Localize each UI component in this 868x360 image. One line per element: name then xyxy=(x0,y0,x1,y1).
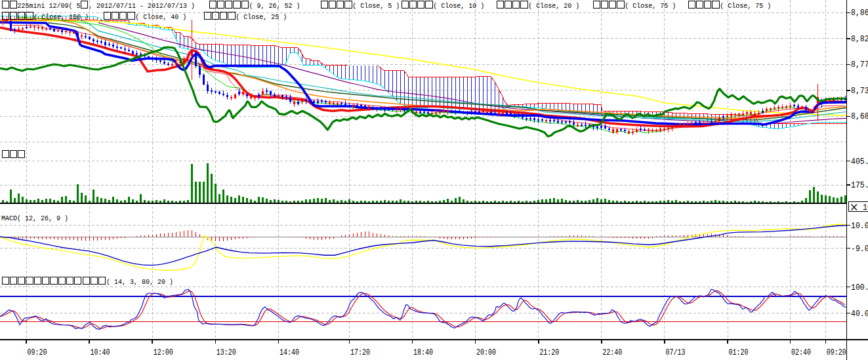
svg-text:( Close, 40 ): ( Close, 40 ) xyxy=(135,12,186,21)
svg-text:225mini 12/09( 5: 225mini 12/09( 5 xyxy=(18,1,81,10)
svg-text:21:20: 21:20 xyxy=(539,348,559,357)
svg-text:MACD( 12, 26, 9 ): MACD( 12, 26, 9 ) xyxy=(1,214,68,222)
svg-text:09:20: 09:20 xyxy=(827,348,846,357)
svg-text:12:00: 12:00 xyxy=(154,348,173,357)
svg-text:8,77: 8,77 xyxy=(851,60,868,70)
svg-text:10.0: 10.0 xyxy=(851,222,868,231)
svg-text:18:40: 18:40 xyxy=(413,348,433,357)
svg-text:09:20: 09:20 xyxy=(28,348,47,357)
svg-text:14:40: 14:40 xyxy=(279,348,299,357)
svg-text:( Close, 10 ): ( Close, 10 ) xyxy=(433,1,484,10)
svg-text:( 14, 3, 80, 20 ): ( 14, 3, 80, 20 ) xyxy=(106,277,173,286)
svg-text:20:00: 20:00 xyxy=(476,348,496,357)
svg-text:02:40: 02:40 xyxy=(791,348,811,357)
svg-text:( Close, 25 ): ( Close, 25 ) xyxy=(236,12,287,21)
svg-text:-9.0: -9.0 xyxy=(851,245,868,254)
svg-text:405.: 405. xyxy=(851,157,868,167)
svg-text:10: 10 xyxy=(863,203,868,212)
svg-text:, 2012/07/11 - 2012/07/13 ): , 2012/07/11 - 2012/07/13 ) xyxy=(89,1,195,10)
svg-text:100.: 100. xyxy=(851,283,868,292)
svg-text:8,86: 8,86 xyxy=(851,9,868,18)
svg-text:( Close, 150 ): ( Close, 150 ) xyxy=(33,12,89,21)
svg-text:8,68: 8,68 xyxy=(851,112,868,121)
svg-text:( 9, 26, 52 ): ( 9, 26, 52 ) xyxy=(249,1,300,10)
svg-text:13:20: 13:20 xyxy=(217,348,236,357)
svg-text:40.0: 40.0 xyxy=(851,310,868,319)
svg-text:8,82: 8,82 xyxy=(851,35,868,44)
svg-text:( Close, 75 ): ( Close, 75 ) xyxy=(720,1,771,10)
svg-text:( Close, 75 ): ( Close, 75 ) xyxy=(625,1,676,10)
svg-text:10:40: 10:40 xyxy=(91,348,110,357)
svg-text:8,73: 8,73 xyxy=(851,87,868,96)
svg-text:175.: 175. xyxy=(851,181,868,190)
svg-text:( Close, 20 ): ( Close, 20 ) xyxy=(528,1,579,10)
svg-text:22:40: 22:40 xyxy=(602,348,622,357)
svg-text:01:20: 01:20 xyxy=(729,348,749,357)
svg-text:07/13: 07/13 xyxy=(665,348,685,357)
svg-text:( Close, 5 ): ( Close, 5 ) xyxy=(352,1,400,10)
svg-text:17:20: 17:20 xyxy=(350,348,370,357)
